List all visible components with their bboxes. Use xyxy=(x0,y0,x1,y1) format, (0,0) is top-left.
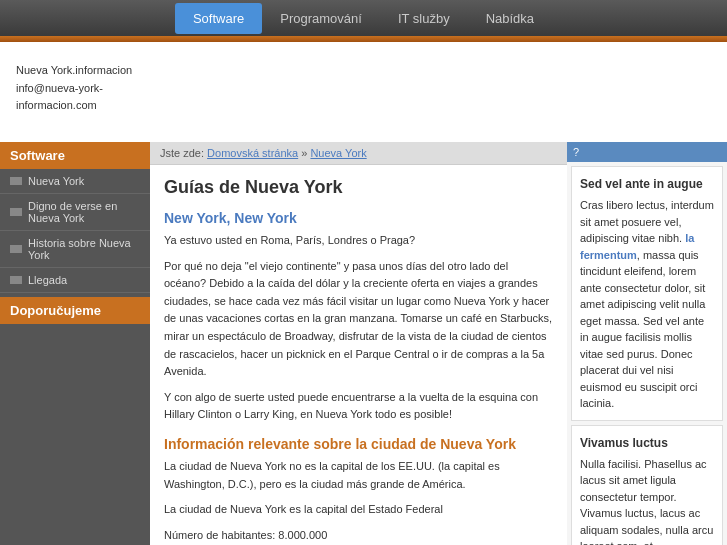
nav-item-programovani[interactable]: Programování xyxy=(262,3,380,34)
sidebar-section2-title: Doporučujeme xyxy=(0,297,150,324)
page-title: Guías de Nueva York xyxy=(164,177,553,198)
sidebar: Software Nueva York Digno de verse en Nu… xyxy=(0,142,150,545)
main-area: Jste zde: Domovská stránka » Nueva York … xyxy=(150,142,567,545)
body-text-info3: Número de habitantes: 8.000.000 xyxy=(164,527,553,545)
question-icon: ? xyxy=(573,146,579,158)
bullet-icon xyxy=(10,208,22,216)
right-sidebar-header: ? xyxy=(567,142,727,162)
section-title-informacion: Información relevante sobre la ciudad de… xyxy=(164,436,553,452)
sidebar-item-digno[interactable]: Digno de verse en Nueva York xyxy=(0,194,150,231)
bullet-icon xyxy=(10,276,22,284)
right-box1-text2: , massa quis tincidunt eleifend, lorem a… xyxy=(580,249,705,410)
breadcrumb-home[interactable]: Domovská stránka xyxy=(207,147,298,159)
site-email: info@nueva-york- xyxy=(16,80,711,98)
body-text-para1: Ya estuvo usted en Roma, París, Londres … xyxy=(164,232,553,250)
section-title-new-york: New York, New York xyxy=(164,210,553,226)
right-box2-title: Vivamus luctus xyxy=(580,434,714,452)
right-box-2: Vivamus luctus Nulla facilisi. Phasellus… xyxy=(571,425,723,546)
body-text-para3: Y con algo de suerte usted puede encuent… xyxy=(164,389,553,424)
header-area: Nueva York.informacion info@nueva-york- … xyxy=(0,42,727,142)
right-box2-text1: Nulla facilisi. Phasellus ac lacus sit a… xyxy=(580,458,713,546)
site-email2: informacion.com xyxy=(16,97,711,115)
breadcrumb-prefix: Jste zde: xyxy=(160,147,207,159)
nav-item-it-sluzby[interactable]: IT služby xyxy=(380,3,468,34)
nav-item-software[interactable]: Software xyxy=(175,3,262,34)
nav-items: Software Programování IT služby Nabídka xyxy=(175,3,552,34)
body-text-para2: Por qué no deja "el viejo continente" y … xyxy=(164,258,553,381)
sidebar-section-title: Software xyxy=(0,142,150,169)
site-name: Nueva York.informacion xyxy=(16,62,711,80)
main-content: Guías de Nueva York New York, New York Y… xyxy=(150,165,567,545)
top-navigation: Software Programování IT služby Nabídka xyxy=(0,0,727,36)
content-wrapper: Software Nueva York Digno de verse en Nu… xyxy=(0,142,727,545)
body-text-info1: La ciudad de Nueva York no es la capital… xyxy=(164,458,553,493)
right-box-1: Sed vel ante in augue Cras libero lectus… xyxy=(571,166,723,421)
breadcrumb-current[interactable]: Nueva York xyxy=(310,147,366,159)
body-text-info2: La ciudad de Nueva York es la capital de… xyxy=(164,501,553,519)
site-info: Nueva York.informacion info@nueva-york- … xyxy=(16,62,711,115)
sidebar-item-historia[interactable]: Historia sobre Nueva York xyxy=(0,231,150,268)
right-box1-title: Sed vel ante in augue xyxy=(580,175,714,193)
bullet-icon xyxy=(10,245,22,253)
breadcrumb: Jste zde: Domovská stránka » Nueva York xyxy=(150,142,567,165)
right-sidebar: ? Sed vel ante in augue Cras libero lect… xyxy=(567,142,727,545)
sidebar-item-nueva-york[interactable]: Nueva York xyxy=(0,169,150,194)
bullet-icon xyxy=(10,177,22,185)
nav-item-nabidka[interactable]: Nabídka xyxy=(468,3,552,34)
sidebar-item-llegada[interactable]: Llegada xyxy=(0,268,150,293)
